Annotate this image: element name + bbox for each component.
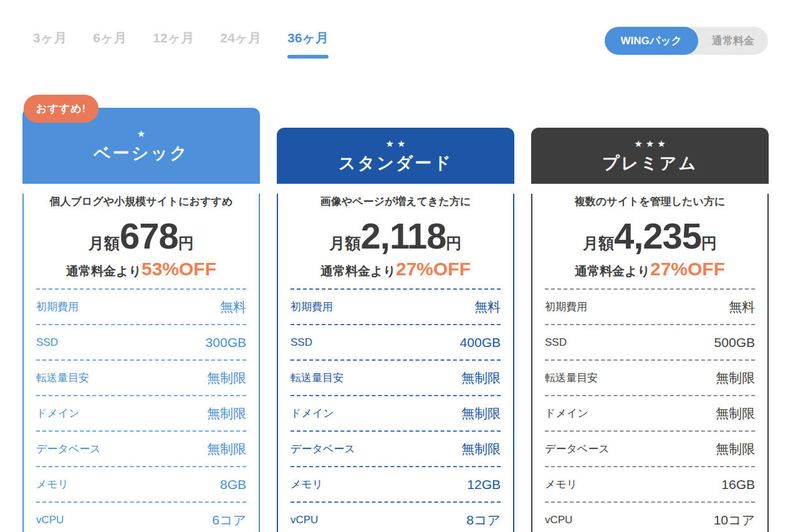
spec-value: 無料 [474,298,501,316]
spec-value: 無制限 [207,405,246,422]
recommended-badge: おすすめ! [24,95,98,123]
spec-label: データベース [36,442,101,456]
duration-tab-3ヶ月[interactable]: 3ヶ月 [24,29,76,59]
spec-label: ドメイン [291,406,334,420]
spec-label: 転送量目安 [291,371,344,385]
spec-label: データベース [291,442,355,456]
plan-monthly-price: 月額 678 円 [36,216,246,256]
price-prefix-label: 月額 [89,233,120,254]
discount-percentage: 27%OFF [396,259,471,280]
spec-row: SSD 400GB [291,324,501,359]
spec-label: vCPU [291,514,318,526]
plan-details: 複数のサイトを管理したい方に 月額 4,235 円 通常料金より 27%OFF … [531,194,769,532]
plan-name: スタンダード [339,153,453,173]
price-unit-label: 円 [446,233,461,254]
spec-row: 転送量目安 無制限 [36,359,246,395]
duration-tab-36ヶ月[interactable]: 36ヶ月 [278,29,338,59]
spec-row: データベース 無制限 [291,430,501,466]
discount-prefix-label: 通常料金より [320,263,396,280]
spec-label: 初期費用 [545,300,587,314]
spec-label: 転送量目安 [36,371,89,385]
plan-header: ★★ スタンダード [277,128,514,184]
spec-label: 初期費用 [36,300,79,314]
spec-row: データベース 無制限 [36,430,246,466]
spec-value: 10コア [714,511,755,529]
spec-value: 無制限 [716,405,755,422]
plan-rank-stars-icon: ★★★ [631,139,668,148]
plan-header: ★★★ プレミアム [531,128,769,184]
plan-type-option[interactable]: 通常料金 [698,27,768,55]
spec-label: vCPU [545,514,572,526]
price-prefix-label: 月額 [583,233,614,254]
spec-value: 無制限 [207,440,246,458]
spec-label: SSD [291,336,312,349]
spec-row: 初期費用 無料 [291,288,501,324]
spec-value: 無制限 [461,369,501,387]
spec-value: 無制限 [207,369,246,387]
plan-spec-list: 初期費用 無料 SSD 500GB 転送量目安 無制限 ドメイン 無制限 データ… [545,288,755,532]
price-amount: 4,235 [614,216,701,256]
plan-description: 画像やページが増えてきた方に [291,194,501,210]
pricing-topbar: 3ヶ月6ヶ月12ヶ月24ヶ月36ヶ月 WINGパック通常料金 [0,0,788,69]
spec-label: ドメイン [36,406,80,420]
plan-discount: 通常料金より 27%OFF [291,259,501,278]
plan-spec-list: 初期費用 無料 SSD 400GB 転送量目安 無制限 ドメイン 無制限 データ… [291,288,501,532]
plan-description: 個人ブログや小規模サイトにおすすめ [36,194,246,210]
spec-value: 500GB [714,335,755,350]
spec-value: 6コア [212,511,246,529]
spec-value: 無制限 [461,405,501,422]
spec-value: 無制限 [716,440,755,458]
spec-value: 12GB [467,477,501,492]
spec-row: vCPU 6コア [36,501,246,532]
spec-value: 400GB [460,335,501,350]
plan-details: 個人ブログや小規模サイトにおすすめ 月額 678 円 通常料金より 53%OFF… [22,194,260,532]
spec-row: メモリ 12GB [291,466,501,501]
spec-value: 無制限 [461,440,501,458]
spec-label: vCPU [36,514,64,526]
discount-prefix-label: 通常料金より [575,263,650,280]
spec-row: 初期費用 無料 [36,288,246,324]
spec-value: 無料 [220,298,246,316]
spec-row: ドメイン 無制限 [545,395,755,430]
spec-label: 初期費用 [291,300,333,314]
plan-name: ベーシック [94,143,189,163]
pricing-cards: おすすめ! ★ ベーシック 個人ブログや小規模サイトにおすすめ 月額 678 円… [22,108,769,532]
spec-row: 転送量目安 無制限 [291,359,501,395]
spec-label: メモリ [291,477,323,492]
spec-value: 300GB [206,335,246,350]
spec-label: SSD [545,336,567,349]
spec-row: vCPU 8コア [291,501,501,532]
plan-rank-stars-icon: ★ [134,129,148,138]
price-unit-label: 円 [178,233,194,254]
duration-tab-6ヶ月[interactable]: 6ヶ月 [84,29,136,59]
spec-row: データベース 無制限 [545,430,755,466]
spec-row: 初期費用 無料 [545,288,755,324]
spec-label: 転送量目安 [545,371,598,385]
plan-details: 画像やページが増えてきた方に 月額 2,118 円 通常料金より 27%OFF … [277,194,514,532]
spec-value: 8GB [220,477,246,492]
spec-label: ドメイン [545,406,589,420]
plan-spec-list: 初期費用 無料 SSD 300GB 転送量目安 無制限 ドメイン 無制限 データ… [36,288,246,532]
spec-row: vCPU 10コア [545,501,755,532]
spec-row: SSD 500GB [545,324,755,359]
plan-rank-stars-icon: ★★ [383,139,409,148]
plan-type-option[interactable]: WINGパック [605,27,698,55]
price-amount: 2,118 [361,216,446,256]
spec-row: ドメイン 無制限 [36,395,246,430]
plan-name: プレミアム [602,153,698,173]
pricing-card: おすすめ! ★ ベーシック 個人ブログや小規模サイトにおすすめ 月額 678 円… [22,108,260,532]
plan-discount: 通常料金より 53%OFF [36,259,246,278]
spec-row: メモリ 16GB [545,466,755,501]
price-unit-label: 円 [701,233,717,254]
duration-tabs: 3ヶ月6ヶ月12ヶ月24ヶ月36ヶ月 [24,29,338,59]
pricing-card: おすすめ! ★★★ プレミアム 複数のサイトを管理したい方に 月額 4,235 … [531,128,769,532]
plan-description: 複数のサイトを管理したい方に [545,194,755,210]
pricing-card: おすすめ! ★★ スタンダード 画像やページが増えてきた方に 月額 2,118 … [277,128,514,532]
spec-label: メモリ [545,477,577,492]
spec-row: 転送量目安 無制限 [545,359,755,395]
spec-row: メモリ 8GB [36,466,246,501]
plan-discount: 通常料金より 27%OFF [545,259,755,278]
duration-tab-12ヶ月[interactable]: 12ヶ月 [143,29,203,59]
duration-tab-24ヶ月[interactable]: 24ヶ月 [211,29,271,59]
discount-percentage: 53%OFF [142,259,216,280]
